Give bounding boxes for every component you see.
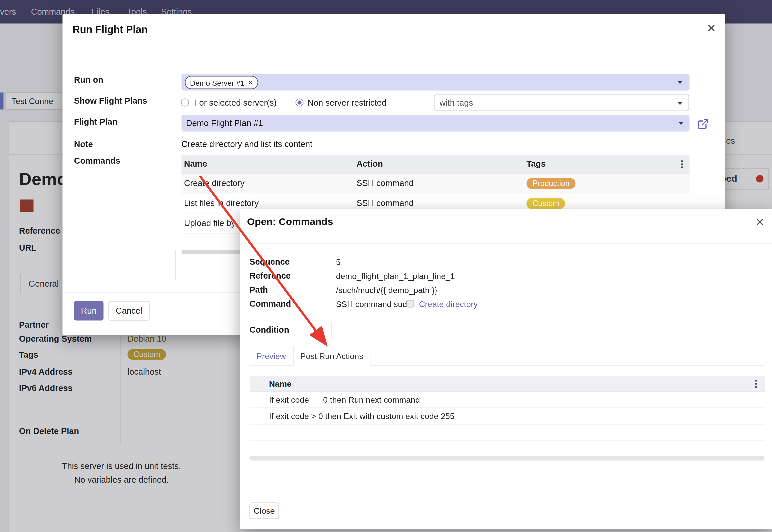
table-header-row: Name Action Tags ⋮: [182, 155, 690, 174]
chevron-down-icon: [678, 81, 683, 84]
tag-production: Production: [527, 178, 576, 189]
close-icon[interactable]: ✕: [755, 217, 765, 228]
reference-value: demo_flight_plan_1_plan_line_1: [336, 272, 455, 281]
selected-server-tag: Demo Server #1 ✕: [185, 76, 258, 89]
chevron-down-icon: [679, 122, 684, 125]
radio-for-selected-servers-label: For selected server(s): [194, 98, 277, 108]
radio-non-server-restricted-label: Non server restricted: [308, 98, 387, 108]
post-run-actions-table: Name ⋮ If exit code == 0 then Run next c…: [250, 376, 765, 441]
dialog-title: Open: Commands: [247, 216, 333, 228]
table-header-row: Name ⋮: [250, 376, 765, 392]
flight-plan-select[interactable]: Demo Flight Plan #1: [182, 115, 690, 132]
table-row[interactable]: If exit code == 0 then Run next command: [250, 392, 765, 408]
pane-divider: [176, 250, 176, 280]
create-directory-link[interactable]: Create directory: [419, 300, 478, 309]
run-button[interactable]: Run: [74, 301, 104, 321]
header-tags[interactable]: Tags: [524, 159, 690, 169]
notebook-tabs: Preview Post Run Actions: [250, 347, 765, 366]
command-label: Command: [250, 299, 291, 309]
header-action[interactable]: Action: [354, 159, 524, 169]
tab-preview[interactable]: Preview: [250, 347, 293, 366]
run-on-label: Run on: [74, 75, 103, 85]
header-divider: [240, 244, 772, 244]
header-name[interactable]: Name: [269, 379, 291, 388]
note-label: Note: [74, 140, 93, 150]
reference-label: Reference: [250, 271, 291, 281]
path-value: /such/much/{{ demo_path }}: [336, 286, 437, 295]
run-on-multiselect[interactable]: Demo Server #1 ✕: [182, 74, 690, 91]
remove-tag-icon[interactable]: ✕: [248, 79, 253, 86]
sequence-value: 5: [336, 258, 341, 267]
radio-for-selected-servers[interactable]: [181, 99, 189, 107]
show-flight-plans-label: Show Flight Plans: [74, 96, 147, 106]
flight-plan-label: Flight Plan: [74, 117, 117, 127]
kebab-menu-icon[interactable]: ⋮: [752, 378, 761, 389]
tag-custom: Custom: [527, 198, 565, 209]
radio-non-server-restricted[interactable]: [296, 99, 304, 107]
kebab-menu-icon[interactable]: ⋮: [678, 159, 687, 170]
table-row-empty: [250, 425, 765, 441]
command-checkbox[interactable]: [407, 300, 414, 308]
open-commands-dialog: Open: Commands ✕ Sequence 5 Reference de…: [240, 209, 772, 529]
close-icon[interactable]: ✕: [707, 23, 716, 34]
commands-label: Commands: [74, 156, 120, 166]
path-label: Path: [250, 285, 268, 295]
table-row[interactable]: Create directory SSH command Production: [182, 174, 690, 194]
sequence-label: Sequence: [250, 257, 290, 267]
with-tags-select[interactable]: with tags: [434, 95, 689, 111]
plan-description: Create directory and list its content: [182, 140, 313, 150]
chevron-down-icon: [678, 102, 683, 105]
condition-label: Condition: [250, 325, 289, 335]
screen: vers Commands Files Tools Settings Test …: [0, 0, 772, 532]
dialog-title: Run Flight Plan: [73, 24, 148, 36]
tab-post-run-actions[interactable]: Post Run Actions: [293, 347, 371, 366]
horizontal-scrollbar[interactable]: [250, 456, 765, 461]
close-button[interactable]: Close: [250, 503, 279, 519]
header-name[interactable]: Name: [182, 159, 354, 169]
table-row[interactable]: If exit code > 0 then Exit with custom e…: [250, 408, 765, 425]
cancel-button[interactable]: Cancel: [109, 301, 150, 321]
command-value: SSH command sudo: [336, 300, 412, 309]
external-link-icon[interactable]: [697, 118, 709, 130]
condition-field-divider: [332, 322, 332, 338]
